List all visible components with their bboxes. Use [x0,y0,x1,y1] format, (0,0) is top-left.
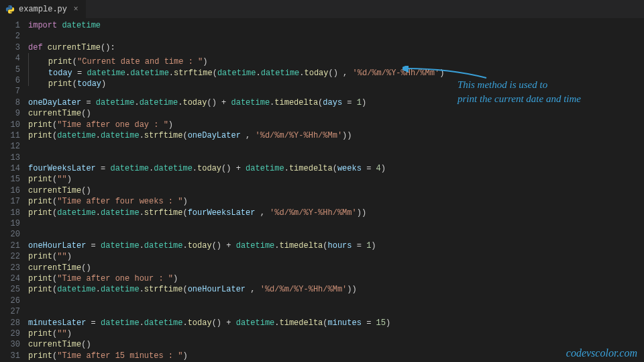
editor: 1234567891011121314151617181920212223242… [0,19,644,362]
line-number: 7 [0,86,20,97]
datetime-ref: datetime [130,69,169,78]
string-literal: "Time after 15 minutes : " [57,351,182,361]
strftime-call: strftime [144,131,183,140]
datetime-ref: datetime [144,318,183,328]
module-datetime: datetime [62,21,101,30]
line-number: 8 [0,97,20,108]
line-number: 19 [0,218,20,229]
tab-example-py[interactable]: example.py × [0,0,87,18]
line-number: 20 [0,229,20,240]
variable-today: today [77,79,101,89]
print-call: print [28,252,52,261]
line-number: 30 [0,339,20,350]
param-days: days [323,98,342,107]
number-literal: 1 [357,98,362,107]
datetime-ref: datetime [140,98,178,107]
print-call: print [28,351,52,361]
string-literal: "Time after one hour : " [57,274,173,283]
timedelta-call: timedelta [274,98,318,107]
datetime-ref: datetime [101,208,140,218]
annotation-text: This method is used to print the current… [458,78,644,106]
datetime-ref: datetime [101,241,140,251]
timedelta-call: timedelta [280,318,323,328]
line-number: 4 [0,53,20,64]
line-number: 25 [0,284,20,295]
string-literal: "" [57,329,66,338]
print-call: print [28,120,52,130]
today-call: today [197,164,221,173]
timedelta-call: timedelta [280,241,323,251]
today-call: today [305,69,329,78]
line-number: 16 [0,185,20,196]
datetime-ref: datetime [154,164,193,173]
format-string: '%d/%m/%Y-%Hh/%Mm' [260,285,347,294]
today-call: today [182,98,207,107]
number-literal: 4 [376,164,381,173]
line-number: 31 [0,351,20,361]
timedelta-call: timedelta [289,164,333,173]
line-number: 10 [0,120,20,130]
line-number: 24 [0,273,20,284]
datetime-ref: datetime [96,98,135,107]
variable-fourweekslater: fourWeeksLater [28,164,96,173]
line-number: 14 [0,163,20,174]
line-number: 27 [0,306,20,317]
variable-onehourlater: oneHourLater [28,241,86,251]
datetime-ref: datetime [57,285,96,294]
datetime-ref: datetime [217,69,256,78]
variable-fourweekslater: fourWeeksLater [188,208,256,218]
datetime-ref: datetime [236,318,275,328]
close-icon[interactable]: × [71,5,80,14]
datetime-ref: datetime [101,318,140,328]
tab-label: example.py [19,5,67,14]
line-number: 3 [0,42,20,53]
watermark: codevscolor.com [566,347,637,359]
strftime-call: strftime [174,69,213,78]
tab-bar: example.py × [0,0,644,19]
format-string: '%d/%m/%Y-%Hh/%Mm' [270,208,357,218]
line-number: 26 [0,296,20,306]
datetime-ref: datetime [236,241,275,251]
currenttime-call: currentTime [28,340,81,349]
print-call: print [28,285,52,294]
string-literal: "" [57,175,66,184]
datetime-ref: datetime [101,131,140,140]
print-call: print [28,131,52,140]
number-literal: 1 [366,241,371,251]
print-call: print [28,274,52,283]
line-number: 6 [0,75,20,86]
variable-onedaylater: oneDayLater [28,98,81,107]
line-number: 9 [0,108,20,119]
line-number: 22 [0,251,20,262]
datetime-ref: datetime [57,131,96,140]
today-call: today [188,318,212,328]
function-name: currentTime [48,43,101,52]
line-number: 28 [0,318,20,328]
annotation-line: print the current date and time [458,92,644,106]
line-number: 17 [0,196,20,207]
param-weeks: weeks [337,164,362,173]
datetime-ref: datetime [261,69,300,78]
variable-onehourlater: oneHourLater [188,285,246,294]
param-minutes: minutes [328,318,362,328]
datetime-ref: datetime [57,208,96,218]
annotation-line: This method is used to [458,78,644,92]
keyword-def: def [28,43,43,52]
python-file-icon [5,5,15,14]
line-number: 21 [0,240,20,251]
print-call: print [28,197,52,206]
datetime-ref: datetime [110,164,149,173]
currenttime-call: currentTime [28,186,81,195]
print-call: print [28,208,52,218]
today-call: today [188,241,212,251]
keyword-import: import [28,21,57,30]
print-call: print [48,79,72,89]
string-literal: "Time after one day : " [57,120,168,130]
datetime-ref: datetime [231,98,270,107]
code-area[interactable]: import datetime def currentTime(): print… [28,19,644,362]
currenttime-call: currentTime [28,263,81,273]
line-number: 29 [0,328,20,339]
line-number: 1 [0,20,20,31]
line-number: 15 [0,174,20,185]
datetime-ref: datetime [246,164,284,173]
